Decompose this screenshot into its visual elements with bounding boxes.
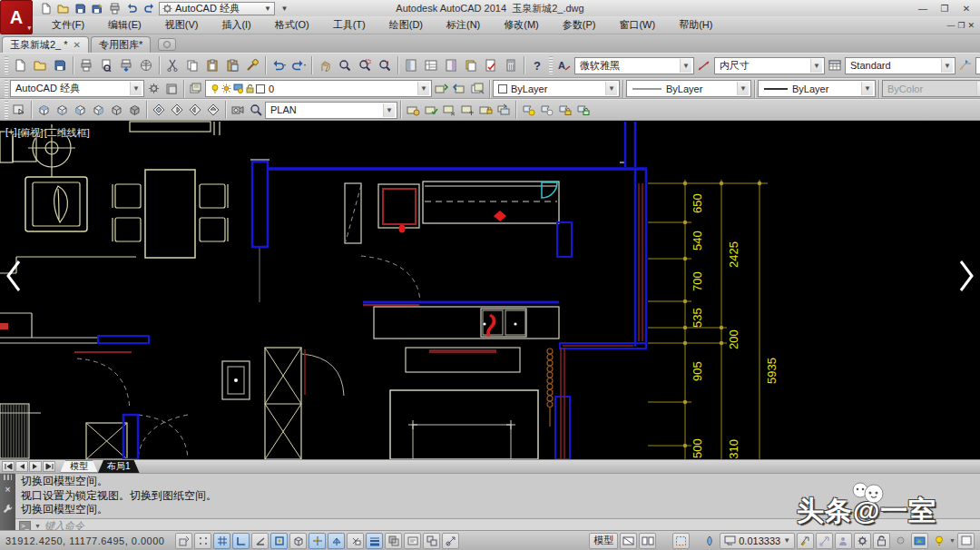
layer-states-icon[interactable] xyxy=(468,80,486,97)
redo-icon[interactable] xyxy=(289,55,309,75)
properties-icon[interactable] xyxy=(401,55,421,75)
table-style-icon[interactable] xyxy=(825,55,845,75)
sheetset-manager-icon[interactable] xyxy=(461,55,481,75)
lineweight-combo[interactable]: ByLayer▼ xyxy=(758,80,876,97)
menu-draw[interactable]: 绘图(D) xyxy=(377,16,435,34)
workspace-combo-2[interactable]: AutoCAD 经典▼ xyxy=(10,80,144,97)
ucs-icon[interactable] xyxy=(162,80,181,97)
menu-dimension[interactable]: 标注(N) xyxy=(435,16,492,34)
named-view-combo[interactable]: PLAN▼ xyxy=(265,102,397,119)
minimize-button[interactable]: — xyxy=(913,2,933,15)
osnap-toggle[interactable] xyxy=(270,533,288,549)
lineweight-toggle[interactable] xyxy=(366,533,383,549)
menu-edit[interactable]: 编辑(E) xyxy=(96,16,153,34)
last-tab-button[interactable] xyxy=(43,461,55,472)
turn-layer-off-icon[interactable] xyxy=(519,102,537,119)
pan-icon[interactable] xyxy=(315,55,335,75)
copy-icon[interactable] xyxy=(182,55,202,75)
help-icon[interactable]: ? xyxy=(527,55,547,75)
annotation-autoscale-icon[interactable] xyxy=(701,533,718,549)
menu-format[interactable]: 格式(O) xyxy=(263,16,321,34)
qat-overflow-icon[interactable]: ▼ xyxy=(277,2,292,15)
prev-image-arrow[interactable] xyxy=(4,259,24,293)
make-object-layer-current-icon[interactable] xyxy=(432,80,450,97)
ne-iso-icon[interactable] xyxy=(186,102,204,119)
snap-toggle[interactable] xyxy=(194,533,211,549)
paste-special-icon[interactable] xyxy=(222,55,242,75)
annotation-people-icon[interactable] xyxy=(835,533,852,549)
annotation-monitor-toggle[interactable] xyxy=(442,533,459,549)
mleader-style-icon[interactable] xyxy=(956,55,975,75)
plot-icon[interactable] xyxy=(76,55,96,75)
plot-preview-icon[interactable] xyxy=(96,55,116,75)
text-style-combo[interactable]: 微软雅黑▼ xyxy=(574,57,694,74)
workspace-settings-icon[interactable] xyxy=(144,80,162,97)
plot-icon[interactable] xyxy=(107,2,122,15)
annotation-visibility-icon[interactable] xyxy=(797,533,814,549)
zoom-realtime-icon[interactable] xyxy=(335,55,355,75)
text-style-icon[interactable]: A xyxy=(554,55,574,75)
unlock-layer-icon[interactable] xyxy=(573,102,592,119)
layer-unisolate-icon[interactable] xyxy=(422,102,440,119)
table-style-combo[interactable]: Standard▼ xyxy=(845,57,956,74)
3dosnap-toggle[interactable] xyxy=(289,533,307,549)
workspace-combo[interactable]: AutoCAD 经典 ▼ xyxy=(159,2,275,15)
dynamic-input-toggle[interactable] xyxy=(347,533,364,549)
open-icon[interactable] xyxy=(55,2,71,15)
next-image-arrow[interactable] xyxy=(956,259,976,293)
command-options-caret[interactable]: ▼ xyxy=(34,523,41,529)
nw-iso-icon[interactable] xyxy=(204,102,222,119)
match-properties-icon[interactable] xyxy=(242,55,262,75)
front-view-icon[interactable] xyxy=(107,102,125,119)
zoom-previous-icon[interactable] xyxy=(375,55,395,75)
file-tab-library[interactable]: 专用图库* xyxy=(91,36,151,53)
left-view-icon[interactable] xyxy=(71,102,89,119)
top-view-icon[interactable] xyxy=(34,102,53,119)
new-icon[interactable] xyxy=(10,55,30,75)
layer-freeze-icon[interactable] xyxy=(440,102,458,119)
designcenter-icon[interactable] xyxy=(421,55,441,75)
viewport-plus-control[interactable]: [+] xyxy=(5,126,17,140)
se-iso-icon[interactable] xyxy=(168,102,186,119)
selection-cycling-toggle[interactable] xyxy=(423,533,440,549)
layer-previous-icon[interactable] xyxy=(450,80,468,97)
undo-icon[interactable] xyxy=(124,2,140,15)
color-combo[interactable]: ByLayer▼ xyxy=(493,80,620,97)
undo-icon[interactable] xyxy=(269,55,289,75)
file-tab-current[interactable]: 玉泉新城2_ *✕ xyxy=(2,36,89,53)
tool-palettes-icon[interactable] xyxy=(441,55,461,75)
layer-combo[interactable]: 0 ▼ xyxy=(205,80,432,97)
dynamic-ucs-toggle[interactable] xyxy=(328,533,345,549)
mleader-style-combo[interactable]: Standard▼ xyxy=(975,57,980,74)
ortho-toggle[interactable] xyxy=(232,533,250,549)
layer-isolate-icon[interactable] xyxy=(404,102,422,119)
infer-constraints-toggle[interactable] xyxy=(175,533,192,549)
publish-icon[interactable] xyxy=(116,55,136,75)
doc-close-icon[interactable]: ✕ xyxy=(967,21,975,30)
command-customize-icon[interactable] xyxy=(3,504,13,514)
save-icon[interactable] xyxy=(50,55,70,75)
model-space-button[interactable]: 模型 xyxy=(589,533,618,549)
quick-properties-toggle[interactable] xyxy=(404,533,421,549)
bottom-view-icon[interactable] xyxy=(53,102,71,119)
command-close-icon[interactable]: × xyxy=(5,484,10,495)
drawing-canvas[interactable]: 650 540 700 535 905 500 2425 200 8310 59… xyxy=(0,121,980,459)
layer-properties-icon[interactable] xyxy=(187,80,205,97)
autoscale-icon[interactable] xyxy=(816,533,833,549)
command-history[interactable]: 切换回模型空间。 视口设置为锁定视图。切换到图纸空间。 切换回模型空间。 xyxy=(15,474,980,518)
new-icon[interactable] xyxy=(38,2,54,15)
right-view-icon[interactable] xyxy=(89,102,107,119)
restore-button[interactable]: ❐ xyxy=(935,2,955,15)
viewport-visual-style-control[interactable]: [二维线框] xyxy=(44,126,90,140)
lock-layer-icon[interactable] xyxy=(555,102,573,119)
zoom-window-icon[interactable] xyxy=(355,55,375,75)
paste-icon[interactable] xyxy=(202,55,222,75)
open-icon[interactable] xyxy=(30,55,50,75)
viewport-view-control[interactable]: [俯视] xyxy=(18,126,44,140)
named-views-icon[interactable] xyxy=(10,102,28,119)
cut-icon[interactable] xyxy=(162,55,182,75)
otrack-toggle[interactable] xyxy=(309,533,326,549)
tab-model[interactable]: 模型 xyxy=(60,460,98,473)
3dprint-icon[interactable] xyxy=(136,55,156,75)
next-tab-button[interactable] xyxy=(29,461,42,472)
